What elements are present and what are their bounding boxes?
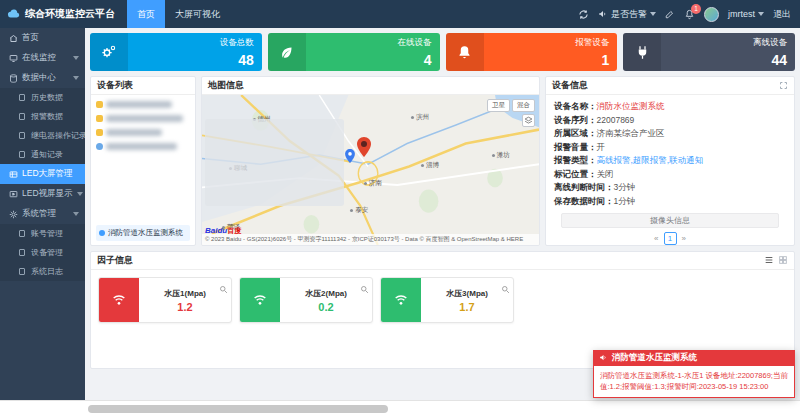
alarm-toast-body: 消防管道水压监测系统-1-水压1 设备地址:22007869;当前值:1.2;报… <box>594 366 794 397</box>
sidebar-item-led-display[interactable]: LED视屏显示 <box>0 184 85 204</box>
sidebar-item-system-log[interactable]: 系统日志 <box>0 262 85 281</box>
wifi-icon <box>381 278 421 322</box>
database-icon <box>8 74 18 83</box>
device-list-item-blurred[interactable] <box>96 115 190 122</box>
map-layers-icon[interactable] <box>522 114 535 127</box>
nav-tab-home[interactable]: 首页 <box>127 0 165 28</box>
notification-bell-icon[interactable]: 1 <box>684 9 695 20</box>
map-header: 地图信息 <box>202 77 539 95</box>
alarm-toast[interactable]: 消防管道水压监测系统 消防管道水压监测系统-1-水压1 设备地址:2200786… <box>593 350 795 398</box>
pagination-page-1[interactable]: 1 <box>664 232 677 245</box>
edit-icon[interactable] <box>665 9 675 19</box>
stat-card-text: 报警设备 1 <box>484 33 618 71</box>
alarm-filter-label: 是否告警 <box>611 8 647 21</box>
map-canvas[interactable]: 德州 滨州 聊城 济南 淄博 潍坊 泰安 菏泽 卫星 混合 <box>202 95 539 245</box>
sidebar-item-notify-log[interactable]: 通知记录 <box>0 145 85 164</box>
device-list-panel: 设备列表 消防管道水压监测系统 <box>90 76 196 246</box>
factor-card-pressure2[interactable]: 水压2(Mpa) 0.2 <box>239 277 373 323</box>
sidebar-item-online-monitor[interactable]: 在线监控 <box>0 48 85 68</box>
gears-icon <box>90 33 128 71</box>
stat-value: 1 <box>601 53 609 67</box>
map-marker-icon[interactable] <box>357 137 371 161</box>
stat-label: 报警设备 <box>575 37 609 49</box>
map-satellite-button[interactable]: 卫星 <box>487 99 510 112</box>
device-list-header: 设备列表 <box>91 77 195 95</box>
user-dropdown[interactable]: jmrtest <box>728 9 764 19</box>
chevron-down-icon <box>650 12 656 16</box>
video-screen-icon <box>8 190 18 199</box>
factor-name: 水压2(Mpa) <box>305 288 347 299</box>
magnifier-icon[interactable] <box>501 280 510 298</box>
device-list-item-blurred[interactable] <box>96 129 190 136</box>
sidebar-item-device-manage[interactable]: 设备管理 <box>0 243 85 262</box>
sidebar-item-account-manage[interactable]: 账号管理 <box>0 224 85 243</box>
monitor-icon <box>8 54 18 63</box>
logout-button[interactable]: 退出 <box>773 8 791 21</box>
map-type-controls: 卫星 混合 <box>487 99 535 112</box>
expand-icon[interactable] <box>779 81 788 90</box>
map-city-label: 济南 <box>364 179 382 188</box>
grid-view-icon[interactable] <box>778 255 788 267</box>
sidebar-item-alarm-data[interactable]: 报警数据 <box>0 107 85 126</box>
pagination-next-icon[interactable]: » <box>682 234 686 243</box>
chevron-down-icon <box>73 56 79 60</box>
map-marker-secondary[interactable] <box>345 149 355 167</box>
sidebar-item-label: 历史数据 <box>31 92 63 103</box>
leaf-icon <box>268 33 306 71</box>
pagination: « 1 » <box>546 232 794 245</box>
speaker-icon <box>598 9 608 19</box>
sidebar-item-led-screen-manage[interactable]: LED大屏管理 <box>0 164 85 184</box>
sidebar-item-home[interactable]: 首页 <box>0 28 85 48</box>
sidebar-item-label: 数据中心 <box>22 72 56 84</box>
brand-title: 综合环境监控云平台 <box>25 7 115 21</box>
doc-icon <box>17 268 27 275</box>
camera-info-button[interactable]: 摄像头信息 <box>561 213 779 228</box>
home-icon <box>8 34 18 43</box>
stat-card-text: 设备总数 48 <box>128 33 262 71</box>
avatar[interactable] <box>704 7 719 22</box>
factor-card-pressure1[interactable]: 水压1(Mpa) 1.2 <box>98 277 232 323</box>
scrollbar-thumb[interactable] <box>88 405 388 413</box>
device-info-title: 设备信息 <box>552 79 588 92</box>
nav-tab-bigscreen[interactable]: 大屏可视化 <box>165 0 230 28</box>
sidebar-item-label: 系统管理 <box>22 208 56 220</box>
factor-name: 水压3(Mpa) <box>446 288 488 299</box>
pagination-prev-icon[interactable]: « <box>654 234 658 243</box>
sidebar-item-history-data[interactable]: 历史数据 <box>0 88 85 107</box>
sidebar-item-label: 在线监控 <box>22 52 56 64</box>
map-title: 地图信息 <box>208 79 244 92</box>
magnifier-icon[interactable] <box>360 280 369 298</box>
factor-header-icons <box>764 255 788 267</box>
stat-card-total-devices[interactable]: 设备总数 48 <box>90 33 262 71</box>
alarm-toast-header: 消防管道水压监测系统 <box>594 351 794 366</box>
sidebar: 首页 在线监控 数据中心 历史数据 报警数据 继电器操作记录 通知记录 LED大… <box>0 28 85 400</box>
info-row-offline-judge-time: 离线判断时间：3分钟 <box>554 181 786 195</box>
stat-label: 设备总数 <box>220 37 254 49</box>
doc-icon <box>17 249 27 256</box>
magnifier-icon[interactable] <box>219 280 228 298</box>
stat-label: 在线设备 <box>398 37 432 49</box>
brand: 综合环境监控云平台 <box>0 7 115 21</box>
sidebar-item-relay-log[interactable]: 继电器操作记录 <box>0 126 85 145</box>
device-list-item-blurred[interactable] <box>96 143 190 150</box>
stat-card-alarm-devices[interactable]: 报警设备 1 <box>446 33 618 71</box>
stat-card-text: 离线设备 44 <box>661 33 795 71</box>
username: jmrtest <box>728 9 755 19</box>
bell-icon <box>446 33 484 71</box>
sidebar-item-data-center[interactable]: 数据中心 <box>0 68 85 88</box>
map-hybrid-button[interactable]: 混合 <box>512 99 535 112</box>
list-view-icon[interactable] <box>764 255 774 267</box>
sidebar-item-system-manage[interactable]: 系统管理 <box>0 204 85 224</box>
led-screen-icon <box>8 170 18 179</box>
device-list-item-active[interactable]: 消防管道水压监测系统 <box>96 225 190 241</box>
device-list-item-blurred[interactable] <box>96 101 190 108</box>
chevron-down-icon <box>758 12 764 16</box>
factor-card-pressure3[interactable]: 水压3(Mpa) 1.7 <box>380 277 514 323</box>
info-row-region: 所属区域：济南某综合产业区 <box>554 127 786 141</box>
stat-card-offline-devices[interactable]: 离线设备 44 <box>623 33 795 71</box>
alarm-filter-dropdown[interactable]: 是否告警 <box>598 8 656 21</box>
map-city-label: 淄博 <box>421 161 439 170</box>
stat-card-online-devices[interactable]: 在线设备 4 <box>268 33 440 71</box>
sync-icon[interactable] <box>578 9 589 20</box>
map-panel: 地图信息 <box>201 76 540 246</box>
